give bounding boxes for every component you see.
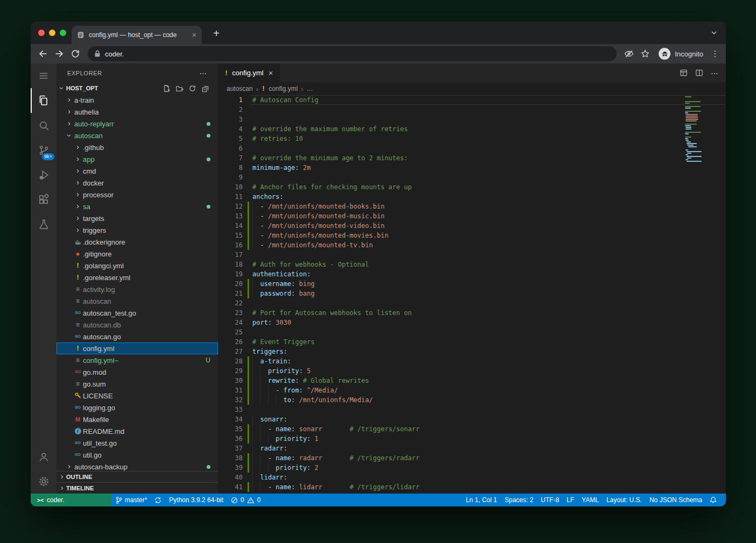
code-line-41[interactable]: 41 - name: lidarr # /triggers/lidarr — [218, 482, 726, 492]
eol-status[interactable]: LF — [563, 494, 578, 506]
code-line-7[interactable]: 7# override the minimum age to 2 minutes… — [218, 153, 726, 163]
activity-source-control[interactable]: 9k+ — [31, 138, 56, 162]
git-branch-status[interactable]: master* — [111, 494, 151, 506]
code-line-27[interactable]: 27triggers: — [218, 347, 726, 356]
bookmark-star-icon[interactable] — [637, 46, 653, 61]
code-line-29[interactable]: 29 priority: 5 — [218, 366, 726, 376]
code-line-15[interactable]: 15 - /mnt/unionfs/mounted-movies.bin — [218, 231, 726, 240]
code-line-21[interactable]: 21 password: bang — [218, 289, 726, 298]
tree-item-util_test.go[interactable]: GOutil_test.go — [56, 437, 218, 449]
tab-search-chevron-icon[interactable] — [711, 31, 717, 35]
activity-files[interactable] — [31, 88, 56, 113]
tree-item-sa[interactable]: ›sa — [56, 201, 218, 212]
tree-item-go.mod[interactable]: GOgo.mod — [56, 366, 218, 378]
code-line-32[interactable]: 32 to: /mnt/unionfs/Media/ — [218, 395, 726, 405]
collapse-all-icon[interactable] — [201, 84, 209, 92]
code-line-18[interactable]: 18# Auth for webhooks - Optional — [218, 260, 726, 269]
back-button[interactable] — [35, 46, 51, 61]
code-line-17[interactable]: 17 — [218, 250, 726, 260]
breadcrumb-file[interactable]: config.yml — [269, 85, 298, 92]
code-line-34[interactable]: 34 sonarr: — [218, 415, 726, 424]
toggle-layout-icon[interactable] — [680, 69, 688, 77]
new-tab-button[interactable]: + — [209, 26, 223, 40]
tree-item-auto-replyarr[interactable]: ›auto-replyarr — [56, 118, 218, 130]
tree-item-.goreleaser.yml[interactable]: !.goreleaser.yml — [56, 272, 218, 283]
code-line-9[interactable]: 9 — [218, 173, 726, 182]
code-line-2[interactable]: 2 — [218, 105, 726, 115]
tree-item-LICENSE[interactable]: LICENSE — [56, 390, 218, 402]
code-line-37[interactable]: 37 radarr: — [218, 444, 726, 453]
tree-item-activity.log[interactable]: ≡activity.log — [56, 283, 218, 295]
refresh-icon[interactable] — [188, 84, 196, 92]
code-line-4[interactable]: 4# override the maximum number of retrie… — [218, 124, 726, 134]
code-line-19[interactable]: 19authentication: — [218, 269, 726, 279]
browser-tab[interactable]: config.yml — host_opt — code × — [72, 26, 202, 44]
code-line-8[interactable]: 8minimum-age: 2m — [218, 163, 726, 173]
activity-settings-gear[interactable] — [31, 469, 56, 494]
sync-button[interactable] — [151, 494, 165, 506]
code-line-38[interactable]: 38 - name: radarr # /triggers/radarr — [218, 453, 726, 463]
tree-item-README.md[interactable]: iREADME.md — [56, 425, 218, 437]
tree-item-config.yml[interactable]: !config.yml — [56, 342, 218, 354]
code-line-23[interactable]: 23# Port for Autoscan webhooks to listen… — [218, 308, 726, 318]
problems-indicator[interactable]: 0 0 — [227, 494, 264, 506]
close-editor-icon[interactable]: × — [269, 68, 273, 77]
tree-item-.dockerignore[interactable]: .dockerignore — [56, 236, 218, 248]
close-window-button[interactable] — [38, 30, 45, 36]
tree-item-Makefile[interactable]: MMakefile — [56, 413, 218, 425]
tree-item-autoscan[interactable]: ›autoscan — [56, 130, 218, 141]
tree-item-autoscan.go[interactable]: GOautoscan.go — [56, 331, 218, 342]
code-line-35[interactable]: 35 - name: sonarr # /triggers/sonarr — [218, 424, 726, 434]
tree-item-.gitignore[interactable]: ◆.gitignore — [56, 248, 218, 260]
cursor-position-status[interactable]: Ln 1, Col 1 — [462, 494, 501, 506]
activity-run-debug[interactable] — [31, 162, 56, 187]
code-line-13[interactable]: 13 - /mnt/unionfs/mounted-music.bin — [218, 211, 726, 221]
tree-item-authelia[interactable]: ›authelia — [56, 106, 218, 118]
activity-test-beaker[interactable] — [31, 212, 56, 237]
code-line-3[interactable]: 3 — [218, 115, 726, 124]
tree-item-util.go[interactable]: GOutil.go — [56, 449, 218, 461]
editor-tab-config-yml[interactable]: ! config.yml × — [218, 63, 280, 82]
code-line-5[interactable]: 5# retries: 10 — [218, 134, 726, 144]
more-actions-icon[interactable]: ⋯ — [711, 69, 718, 77]
eye-off-icon[interactable] — [621, 46, 637, 61]
code-line-39[interactable]: 39 priority: 2 — [218, 463, 726, 473]
encoding-status[interactable]: UTF-8 — [537, 494, 563, 506]
code-line-10[interactable]: 10# Anchor files for checking mounts are… — [218, 182, 726, 192]
tree-item-targets[interactable]: ›targets — [56, 212, 218, 224]
tree-item-.github[interactable]: ›.github — [56, 141, 218, 153]
code-line-24[interactable]: 24port: 3030 — [218, 318, 726, 327]
more-actions-icon[interactable]: ⋯ — [199, 69, 207, 77]
activity-extensions[interactable] — [31, 187, 56, 212]
json-schema-status[interactable]: No JSON Schema — [646, 494, 706, 506]
notifications-bell-button[interactable] — [706, 494, 720, 506]
editor-scrollbar[interactable] — [718, 95, 726, 494]
tree-item-autoscan.db[interactable]: ≡autoscan.db — [56, 319, 218, 331]
code-line-25[interactable]: 25 — [218, 327, 726, 337]
new-folder-icon[interactable] — [175, 84, 183, 92]
activity-account[interactable] — [31, 444, 56, 469]
maximize-window-button[interactable] — [60, 30, 66, 36]
indentation-status[interactable]: Spaces: 2 — [501, 494, 537, 506]
code-line-12[interactable]: 12 - /mnt/unionfs/mounted-books.bin — [218, 202, 726, 211]
tree-item-config.yml~[interactable]: ≡config.yml~U — [56, 354, 218, 366]
close-tab-icon[interactable]: × — [192, 31, 196, 39]
code-line-11[interactable]: 11anchors: — [218, 192, 726, 202]
new-file-icon[interactable] — [162, 84, 171, 92]
tree-item-logging.go[interactable]: GOlogging.go — [56, 402, 218, 413]
tree-item-triggers[interactable]: ›triggers — [56, 224, 218, 236]
split-editor-icon[interactable] — [695, 69, 703, 77]
breadcrumb-symbol[interactable]: … — [307, 85, 313, 92]
code-line-30[interactable]: 30 rewrite: # Global rewrites — [218, 376, 726, 385]
tree-item-processor[interactable]: ›processor — [56, 189, 218, 201]
tree-item-docker[interactable]: ›docker — [56, 177, 218, 189]
tree-item-cmd[interactable]: ›cmd — [56, 165, 218, 177]
language-mode-status[interactable]: YAML — [578, 494, 603, 506]
section-timeline[interactable]: › TIMELINE — [56, 482, 218, 494]
tree-item-autoscan-backup[interactable]: ›autoscan-backup — [56, 461, 218, 471]
keyboard-layout-status[interactable]: Layout: U.S. — [603, 494, 646, 506]
tree-item-autoscan[interactable]: ≡autoscan — [56, 295, 218, 307]
code-line-28[interactable]: 28 a-train: — [218, 356, 726, 366]
code-line-40[interactable]: 40 lidarr: — [218, 473, 726, 482]
code-line-36[interactable]: 36 priority: 1 — [218, 434, 726, 444]
